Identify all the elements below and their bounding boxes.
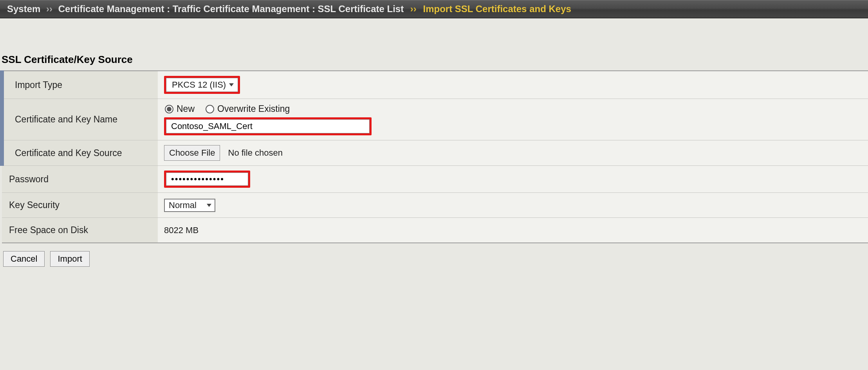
- label-free-space: Free Space on Disk: [2, 218, 158, 243]
- breadcrumb: System ›› Certificate Management : Traff…: [0, 0, 868, 18]
- import-button[interactable]: Import: [50, 251, 89, 267]
- breadcrumb-separator: ››: [406, 4, 420, 14]
- password-input[interactable]: [166, 172, 248, 186]
- label-import-type: Import Type: [2, 71, 158, 99]
- footer-buttons: Cancel Import: [0, 243, 868, 267]
- key-security-select[interactable]: Normal: [164, 199, 215, 212]
- cert-key-name-input[interactable]: [166, 119, 370, 133]
- radio-new[interactable]: [165, 105, 173, 113]
- free-space-value: 8022 MB: [164, 225, 199, 235]
- section-title: SSL Certificate/Key Source: [0, 54, 868, 70]
- label-password: Password: [2, 166, 158, 193]
- label-cert-key-source: Certificate and Key Source: [2, 140, 158, 166]
- radio-overwrite[interactable]: [206, 105, 214, 113]
- label-key-security: Key Security: [2, 193, 158, 218]
- cancel-button[interactable]: Cancel: [3, 251, 45, 267]
- breadcrumb-current: Import SSL Certificates and Keys: [423, 4, 571, 14]
- file-chosen-status: No file chosen: [228, 148, 283, 158]
- breadcrumb-system[interactable]: System: [7, 4, 40, 14]
- chevron-down-icon: [207, 204, 211, 207]
- breadcrumb-cert-list[interactable]: Certificate Management : Traffic Certifi…: [58, 4, 404, 14]
- highlight-cert-name: [164, 117, 372, 135]
- radio-new-label: New: [177, 104, 195, 114]
- breadcrumb-separator: ››: [43, 4, 56, 14]
- choose-file-button[interactable]: Choose File: [164, 145, 220, 161]
- import-type-select[interactable]: PKCS 12 (IIS): [166, 78, 238, 92]
- radio-overwrite-label: Overwrite Existing: [217, 104, 290, 114]
- key-security-value: Normal: [169, 200, 197, 210]
- row-cert-key-source: Certificate and Key Source Choose File N…: [2, 140, 868, 166]
- row-password: Password: [2, 166, 868, 193]
- label-cert-key-name: Certificate and Key Name: [2, 99, 158, 140]
- highlight-password: [164, 171, 250, 188]
- row-import-type: Import Type PKCS 12 (IIS): [2, 71, 868, 99]
- highlight-import-type: PKCS 12 (IIS): [164, 76, 240, 94]
- cert-name-mode-radios: New Overwrite Existing: [164, 104, 862, 114]
- form-table: Import Type PKCS 12 (IIS) Certificate an…: [0, 70, 868, 243]
- import-type-value: PKCS 12 (IIS): [172, 80, 226, 90]
- row-cert-key-name: Certificate and Key Name New Overwrite E…: [2, 99, 868, 140]
- row-key-security: Key Security Normal: [2, 193, 868, 218]
- chevron-down-icon: [229, 83, 234, 86]
- row-free-space: Free Space on Disk 8022 MB: [2, 218, 868, 243]
